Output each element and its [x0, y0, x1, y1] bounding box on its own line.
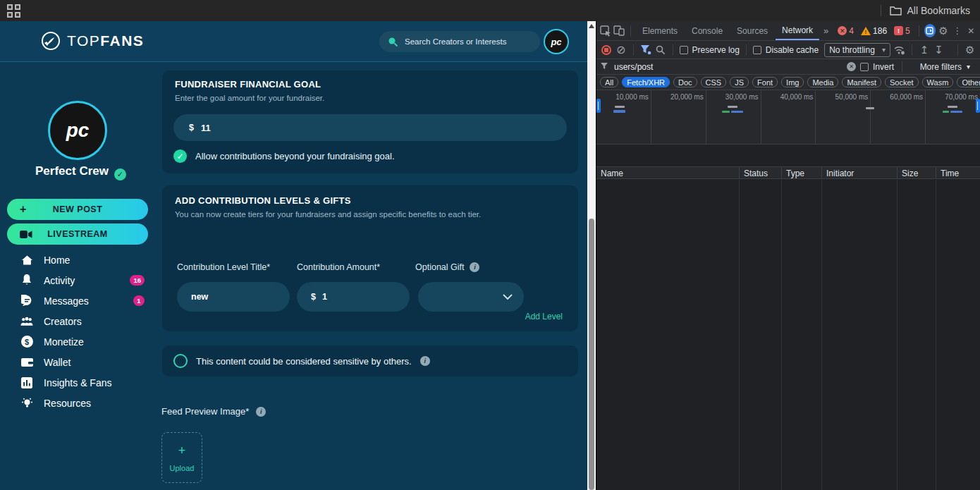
network-settings-gear-icon[interactable]: ⚙: [964, 43, 976, 57]
extension-icon[interactable]: [924, 24, 936, 37]
new-post-button[interactable]: + NEW POST: [7, 199, 148, 220]
scroll-up-arrow[interactable]: [589, 24, 594, 28]
pill-fetch-xhr[interactable]: Fetch/XHR: [622, 77, 670, 87]
all-bookmarks-button[interactable]: All Bookmarks: [881, 0, 970, 21]
divider: [881, 5, 881, 16]
info-icon[interactable]: i: [470, 262, 479, 272]
goal-amount-input[interactable]: $ 11: [173, 114, 567, 141]
filter-icon[interactable]: [640, 43, 651, 57]
device-toolbar-icon[interactable]: [613, 24, 626, 38]
pill-js[interactable]: JS: [730, 77, 749, 87]
sensitive-content-radio[interactable]: [173, 354, 188, 368]
search-input[interactable]: [405, 37, 525, 46]
pill-socket[interactable]: Socket: [885, 77, 919, 87]
apps-grid-icon[interactable]: [7, 4, 20, 18]
sidebar-item-resources[interactable]: Resources: [0, 393, 161, 413]
sidebar-item-messages[interactable]: Messages 1: [0, 290, 161, 311]
timeline-right-handle[interactable]: [976, 99, 980, 113]
bell-icon: [20, 274, 33, 287]
add-level-link[interactable]: Add Level: [525, 312, 563, 321]
network-overview-timeline[interactable]: 10,000 ms 20,000 ms 30,000 ms 40,000 ms …: [596, 90, 980, 145]
chevron-down-icon: ▾: [882, 46, 886, 54]
level-amount-input[interactable]: $ 1: [297, 282, 410, 312]
plus-icon: +: [20, 203, 27, 216]
search-bar[interactable]: [379, 31, 540, 52]
tab-elements[interactable]: Elements: [636, 22, 684, 40]
pill-manifest[interactable]: Manifest: [842, 77, 881, 87]
livestream-button[interactable]: LIVESTREAM: [7, 223, 148, 245]
filter-input-box[interactable]: ✕: [601, 61, 856, 73]
divider: [957, 44, 958, 56]
throttling-select[interactable]: No throttling ▾: [824, 43, 890, 57]
column-type[interactable]: Type: [782, 167, 822, 178]
filter-input[interactable]: [614, 62, 842, 72]
activity-badge: 16: [130, 275, 145, 286]
invert-checkbox[interactable]: Invert: [860, 62, 894, 72]
topfans-app: TOPFANS pc pc Perfect Crew✓ + NEW POST L…: [0, 21, 587, 490]
pill-doc[interactable]: Doc: [673, 77, 697, 87]
import-har-icon[interactable]: ↥: [919, 43, 930, 57]
tab-sources[interactable]: Sources: [730, 22, 774, 40]
sidebar-item-insights[interactable]: Insights & Fans: [0, 372, 161, 393]
more-filters-button[interactable]: More filters ▾: [920, 62, 976, 72]
tab-console[interactable]: Console: [685, 22, 729, 40]
funnel-icon: [601, 63, 609, 71]
topfans-logo[interactable]: TOPFANS: [41, 31, 144, 51]
page-scrollbar[interactable]: [587, 21, 596, 490]
record-network-log-icon[interactable]: [601, 43, 612, 57]
allow-contributions-checkbox[interactable]: ✓: [173, 149, 187, 163]
kebab-menu-icon[interactable]: ⋮: [951, 24, 964, 38]
header-avatar[interactable]: pc: [544, 29, 569, 54]
network-conditions-icon[interactable]: [893, 43, 905, 57]
column-status[interactable]: Status: [740, 167, 782, 178]
export-har-icon[interactable]: ↧: [933, 43, 944, 57]
sidebar-item-creators[interactable]: Creators: [0, 311, 161, 331]
chevron-down-icon: ▾: [967, 63, 970, 71]
inspect-element-icon[interactable]: [599, 24, 612, 38]
pill-other[interactable]: Other: [957, 77, 980, 87]
preserve-log-checkbox[interactable]: Preserve log: [680, 45, 740, 55]
console-errors-badge[interactable]: ✕ 4: [838, 26, 854, 36]
issues-badge[interactable]: ! 5: [894, 26, 910, 36]
level-title-input[interactable]: new: [177, 282, 290, 312]
clear-filter-icon[interactable]: ✕: [847, 62, 856, 71]
activity-mark: [613, 110, 625, 113]
pill-font[interactable]: Font: [752, 77, 778, 87]
settings-gear-icon[interactable]: ⚙: [937, 24, 950, 38]
pill-wasm[interactable]: Wasm: [922, 77, 954, 87]
timeline-left-handle[interactable]: [596, 99, 601, 113]
pill-img[interactable]: Img: [781, 77, 804, 87]
pill-css[interactable]: CSS: [701, 77, 727, 87]
close-devtools-icon[interactable]: ✕: [964, 24, 977, 38]
column-time[interactable]: Time: [936, 167, 980, 178]
sidebar-item-activity[interactable]: Activity 16: [0, 270, 161, 290]
info-icon[interactable]: i: [256, 407, 266, 417]
sidebar-nav: Home Activity 16 Messages 1 Creators $ M…: [0, 250, 161, 413]
profile-avatar[interactable]: pc: [48, 101, 107, 160]
people-icon: [20, 315, 33, 328]
optional-gift-select[interactable]: [418, 282, 524, 312]
disable-cache-checkbox[interactable]: Disable cache: [753, 45, 819, 55]
search-network-icon[interactable]: [654, 43, 666, 57]
feed-preview-label: Feed Preview Image*: [161, 406, 249, 417]
column-size[interactable]: Size: [898, 167, 936, 178]
pill-media[interactable]: Media: [807, 77, 838, 87]
divider: [919, 25, 919, 37]
sidebar-item-monetize[interactable]: $ Monetize: [0, 331, 161, 352]
column-initiator[interactable]: Initiator: [822, 167, 898, 178]
sidebar-item-wallet[interactable]: Wallet: [0, 352, 161, 372]
request-type-pills: All Fetch/XHR Doc CSS JS Font Img Media …: [596, 75, 980, 90]
scrollbar-thumb[interactable]: [589, 219, 594, 490]
pill-all[interactable]: All: [600, 77, 618, 87]
sidebar-item-home[interactable]: Home: [0, 250, 161, 270]
feed-preview-label-row: Feed Preview Image* i: [161, 406, 266, 417]
more-tabs-icon[interactable]: »: [821, 25, 831, 36]
tab-network[interactable]: Network: [776, 22, 819, 40]
clear-network-log-icon[interactable]: ⊘: [615, 43, 626, 57]
info-icon[interactable]: i: [420, 356, 430, 366]
error-icon: ✕: [838, 26, 847, 35]
column-name[interactable]: Name: [596, 167, 740, 178]
upload-image-button[interactable]: + Upload: [161, 432, 202, 483]
console-warnings-badge[interactable]: ! 186: [861, 26, 887, 36]
timeline-tick: 60,000 ms: [871, 90, 926, 144]
